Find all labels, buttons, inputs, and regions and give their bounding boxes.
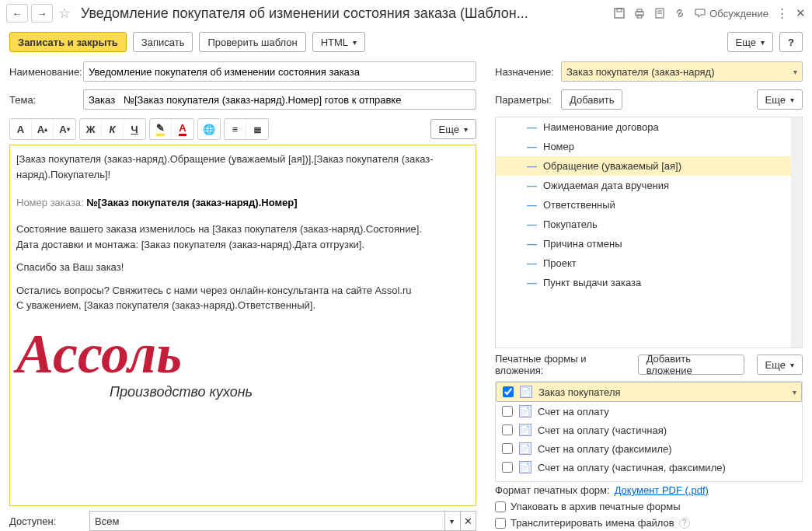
pdf-format-link[interactable]: Документ PDF (.pdf) <box>615 484 709 496</box>
svg-rect-0 <box>615 9 624 18</box>
logo: Ассоль <box>16 326 469 382</box>
dropdown-icon[interactable]: ▾ <box>444 512 458 530</box>
insert-image-button[interactable]: 🌐 <box>198 119 220 139</box>
purpose-label: Назначение: <box>495 66 561 78</box>
bullet-list-button[interactable]: ≡ <box>225 119 246 139</box>
param-item[interactable]: —Проект <box>496 253 802 273</box>
subject-label: Тема: <box>9 94 83 106</box>
add-param-button[interactable]: Добавить <box>561 89 622 110</box>
body-line: Остались вопросы? Свяжитесь с нами через… <box>16 283 469 299</box>
dash-icon: — <box>527 160 537 172</box>
bold-button[interactable]: Ж <box>80 119 102 139</box>
params-more-button[interactable]: Еще <box>757 89 803 110</box>
translit-checkbox[interactable] <box>495 518 506 529</box>
attachment-checkbox[interactable] <box>502 443 513 454</box>
dash-icon: — <box>527 199 537 211</box>
attachments-label: Печатные формы и вложения: <box>495 353 632 376</box>
editor-area[interactable]: [Заказ покупателя (заказ-наряд).Обращени… <box>9 145 476 506</box>
param-item[interactable]: —Покупатель <box>496 215 802 234</box>
menu-icon[interactable]: ⋮ <box>776 6 788 20</box>
body-line: Дата доставки и монтажа: [Заказ покупате… <box>16 237 469 253</box>
body-line: С уважением, [Заказ покупателя (заказ-на… <box>16 298 469 313</box>
param-item[interactable]: —Ответственный <box>496 195 802 215</box>
clear-icon[interactable]: ✕ <box>460 512 476 530</box>
param-item[interactable]: —Причина отмены <box>496 234 802 253</box>
pack-archive-label: Упаковать в архив печатные формы <box>511 501 680 512</box>
document-icon: 📄 <box>519 461 531 473</box>
attachment-item[interactable]: 📄Счет на оплату <box>496 402 802 421</box>
dash-icon: — <box>527 277 537 288</box>
attachment-checkbox[interactable] <box>502 462 513 473</box>
font-shrink-button[interactable]: A▾ <box>54 119 75 139</box>
attachments-list[interactable]: 📄Заказ покупателя📄Счет на оплату📄Счет на… <box>495 381 803 482</box>
param-item[interactable]: —Обращение (уважаемый [ая]) <box>496 156 802 176</box>
body-greeting: [Заказ покупателя (заказ-наряд).Обращени… <box>16 152 469 182</box>
dash-icon: — <box>527 238 537 250</box>
underline-button[interactable]: Ч <box>124 119 145 139</box>
svg-rect-3 <box>637 9 642 12</box>
body-order-line: Номер заказа: №[Заказ покупателя (заказ-… <box>16 191 469 212</box>
attach-more-button[interactable]: Еще <box>757 355 803 375</box>
param-item[interactable]: —Номер <box>496 137 802 156</box>
html-button[interactable]: HTML <box>312 32 365 52</box>
close-icon[interactable]: ✕ <box>796 6 806 20</box>
dash-icon: — <box>527 121 537 133</box>
favorite-icon[interactable]: ☆ <box>56 5 73 22</box>
dash-icon: — <box>527 141 537 152</box>
document-icon: 📄 <box>519 405 531 417</box>
attachment-checkbox[interactable] <box>503 386 514 397</box>
name-label: Наименование: <box>9 66 83 78</box>
purpose-select[interactable]: Заказ покупателя (заказ-наряд) <box>561 61 803 82</box>
font-grow-button[interactable]: A▴ <box>32 119 54 139</box>
editor-more-button[interactable]: Еще <box>430 119 476 139</box>
subject-input[interactable] <box>83 89 476 110</box>
attachment-checkbox[interactable] <box>502 424 513 435</box>
document-icon: 📄 <box>519 424 531 436</box>
attachment-item[interactable]: 📄Заказ покупателя <box>496 382 802 402</box>
translit-label: Транслитерировать имена файлов <box>511 517 674 529</box>
attachment-item[interactable]: 📄Счет на оплату (факсимиле) <box>496 439 802 458</box>
help-button[interactable]: ? <box>779 32 803 52</box>
param-item[interactable]: —Наименование договора <box>496 117 802 137</box>
forward-button[interactable]: → <box>31 4 53 23</box>
params-label: Параметры: <box>495 94 561 106</box>
print-icon[interactable] <box>633 7 646 19</box>
discuss-icon[interactable]: Обсуждение <box>694 7 768 19</box>
svg-rect-1 <box>617 9 622 12</box>
save-icon[interactable] <box>613 7 626 19</box>
report-icon[interactable] <box>653 7 666 19</box>
save-button[interactable]: Записать <box>133 32 193 52</box>
available-select[interactable]: Всем ▾ ✕ <box>89 511 476 531</box>
save-close-button[interactable]: Записать и закрыть <box>9 32 127 52</box>
param-item[interactable]: —Пункт выдачи заказа <box>496 273 802 292</box>
available-label: Доступен: <box>9 515 83 527</box>
attachment-item[interactable]: 📄Счет на оплату (частичная, факсимиле) <box>496 458 802 477</box>
params-tree[interactable]: —Наименование договора—Номер—Обращение (… <box>495 117 803 348</box>
help-icon[interactable]: ? <box>679 518 690 529</box>
attachment-item[interactable]: 📄Счет на оплату (частичная) <box>496 421 802 439</box>
dash-icon: — <box>527 218 537 230</box>
body-line: Состояние вашего заказа изменилось на [З… <box>16 222 469 237</box>
text-color-button[interactable]: A <box>172 119 193 139</box>
document-icon: 📄 <box>519 442 531 455</box>
page-title: Уведомление покупателя об изменении сост… <box>76 5 610 22</box>
highlight-button[interactable]: ✎ <box>150 119 172 139</box>
dash-icon: — <box>527 257 537 269</box>
more-button[interactable]: Еще <box>727 32 773 52</box>
document-icon: 📄 <box>520 386 532 398</box>
body-line: Спасибо за Ваш заказ! <box>16 260 469 275</box>
add-attachment-button[interactable]: Добавить вложение <box>638 355 744 375</box>
print-format-label: Формат печатных форм: <box>495 484 610 496</box>
pack-archive-checkbox[interactable] <box>495 501 506 512</box>
link-icon[interactable] <box>674 7 686 19</box>
logo-subtitle: Производство кухонь <box>110 382 469 403</box>
name-input[interactable] <box>83 61 476 82</box>
font-button[interactable]: A <box>10 119 32 139</box>
attachment-checkbox[interactable] <box>502 406 513 417</box>
dash-icon: — <box>527 180 537 191</box>
back-button[interactable]: ← <box>6 4 28 23</box>
italic-button[interactable]: К <box>102 119 124 139</box>
param-item[interactable]: —Ожидаемая дата вручения <box>496 176 802 195</box>
check-template-button[interactable]: Проверить шаблон <box>199 32 305 52</box>
number-list-button[interactable]: ≣ <box>246 119 268 139</box>
